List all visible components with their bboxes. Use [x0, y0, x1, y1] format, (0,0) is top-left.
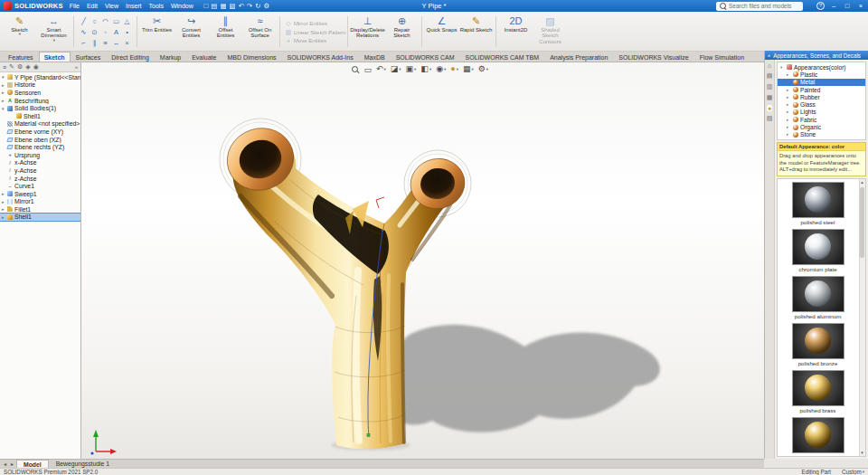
tree-item-historie[interactable]: ▸Historie — [0, 81, 80, 90]
swatch-polished-aluminum[interactable]: polished aluminum — [792, 276, 844, 320]
rapid-sketch-button[interactable]: ✎ Rapid Sketch — [459, 14, 493, 50]
help-icon[interactable]: ? — [816, 2, 825, 10]
scroll-down-icon[interactable]: ▼ — [859, 450, 865, 456]
tab-mbd-dimensions[interactable]: MBD Dimensions — [222, 52, 281, 62]
dimension-icon[interactable]: ↔ — [111, 38, 121, 48]
scrollbar-thumb[interactable] — [860, 187, 864, 258]
new-document-icon[interactable]: □ — [204, 2, 209, 10]
sketch-button[interactable]: ✎ Sketch — [3, 14, 36, 50]
model-tab[interactable]: Model — [16, 460, 49, 468]
tab-solidworks-cam[interactable]: SOLIDWORKS CAM — [391, 52, 460, 62]
tree-item-shell1-body[interactable]: Shell1 — [0, 112, 80, 120]
tree-item-shell1-selected[interactable]: ▸Shell1 — [0, 214, 80, 222]
scroll-up-icon[interactable]: ▲ — [859, 179, 865, 185]
line-icon[interactable]: ╱ — [79, 16, 89, 26]
property-manager-tab-icon[interactable]: ✎ — [9, 63, 14, 71]
swatch-polished-brass[interactable]: polished brass — [792, 370, 844, 414]
appearance-category-metal[interactable]: ▾Metal — [778, 79, 865, 86]
maximize-button[interactable]: □ — [843, 2, 852, 10]
swatch-chromium-plate[interactable]: chromium plate — [792, 229, 844, 273]
swatch-polished-bronze[interactable]: polished bronze — [792, 323, 844, 367]
tab-evaluate[interactable]: Evaluate — [186, 52, 222, 62]
tree-item-curve1[interactable]: ~Curve1 — [0, 182, 80, 190]
tab-solidworks-cam-tbm[interactable]: SOLIDWORKS CAM TBM — [460, 52, 545, 62]
tab-scroll-left-icon[interactable]: ◂ — [2, 461, 8, 467]
rebuild-icon[interactable]: ↻ — [255, 2, 260, 10]
menu-file[interactable]: File — [66, 3, 83, 9]
viewport-canvas[interactable]: ▭ ↶ ◪ ▣ ◧ ◉ ● ▦ ⚙ — [81, 62, 764, 459]
save-icon[interactable]: ▦ — [220, 2, 226, 10]
polygon-icon[interactable]: △ — [122, 16, 132, 26]
centerline-icon[interactable]: ≡ — [100, 38, 110, 48]
tree-item-ebene-vorne[interactable]: Ebene vorne (XY) — [0, 128, 80, 136]
zoom-to-fit-icon[interactable] — [351, 65, 359, 73]
appearance-category-organic[interactable]: ▸Organic — [778, 123, 865, 130]
arc-icon[interactable]: ◠ — [100, 16, 110, 26]
trim-entities-button[interactable]: ✂ Trim Entities — [140, 14, 174, 50]
configuration-manager-tab-icon[interactable]: ⚙ — [17, 63, 23, 71]
convert-entities-button[interactable]: ↪ Convert Entities — [175, 14, 208, 50]
edit-appearance-icon[interactable]: ● — [450, 64, 458, 74]
appearance-category-stone[interactable]: ▸Stone — [778, 131, 865, 138]
circle-icon[interactable]: ○ — [90, 16, 99, 26]
tab-analysis-preparation[interactable]: Analysis Preparation — [544, 52, 613, 62]
apply-scene-icon[interactable]: ▦ — [463, 64, 474, 74]
appearance-category-fabric[interactable]: ▸Fabric — [778, 116, 865, 123]
rectangle-icon[interactable]: ▭ — [111, 16, 121, 26]
tree-root[interactable]: ▾Y Pipe (Standard<<Standard>_Anzeige — [0, 73, 80, 81]
swatch-polished-steel[interactable]: polished steel — [792, 182, 844, 226]
tab-maxdb[interactable]: MaxDB — [359, 52, 391, 62]
menu-view[interactable]: View — [101, 3, 122, 9]
tab-surfaces[interactable]: Surfaces — [71, 52, 107, 62]
view-settings-icon[interactable]: ⚙ — [478, 64, 488, 74]
tree-item-sensoren[interactable]: ▸Sensoren — [0, 89, 80, 97]
tab-markup[interactable]: Markup — [155, 52, 186, 62]
tab-scroll-right-icon[interactable]: ▸ — [9, 461, 15, 467]
undo-icon[interactable]: ↶ — [239, 2, 244, 10]
zoom-to-area-icon[interactable]: ▭ — [363, 65, 372, 74]
menu-tools[interactable]: Tools — [146, 3, 167, 9]
appearance-category-lights[interactable]: ▸Lights — [778, 109, 865, 116]
appearances-root[interactable]: ▾Appearances(color) — [778, 63, 865, 71]
tab-flow-simulation[interactable]: Flow Simulation — [694, 52, 750, 62]
menu-edit[interactable]: Edit — [83, 3, 101, 9]
menu-insert[interactable]: Insert — [122, 3, 146, 9]
display-delete-relations-button[interactable]: ⊥ Display/Delete Relations — [351, 14, 384, 50]
motion-study-tab[interactable]: Bewegungsstudie 1 — [50, 460, 116, 468]
tab-direct-editing[interactable]: Direct Editing — [106, 52, 155, 62]
appearance-category-painted[interactable]: ▸Painted — [778, 86, 865, 93]
repair-sketch-button[interactable]: ⊕ Repair Sketch — [385, 14, 419, 50]
section-view-icon[interactable]: ◪ — [391, 64, 401, 74]
open-icon[interactable]: ▤ — [211, 2, 217, 10]
tree-item-sweep1[interactable]: ▸Sweep1 — [0, 190, 80, 198]
units-selector[interactable]: Custom — [842, 469, 864, 475]
text-icon[interactable]: A — [111, 27, 121, 37]
centerpoint-icon[interactable]: • — [122, 27, 132, 37]
smart-dimension-button[interactable]: ↔ Smart Dimension — [37, 14, 71, 50]
parallel-icon[interactable]: ∥ — [90, 38, 99, 48]
minimize-button[interactable]: – — [829, 2, 838, 10]
display-manager-tab-icon[interactable]: ◉ — [33, 63, 39, 71]
menu-window[interactable]: Window — [167, 3, 197, 9]
appearances-tab-icon[interactable]: ● — [767, 105, 772, 111]
hide-show-items-icon[interactable]: ◉ — [436, 64, 446, 74]
appearance-category-plastic[interactable]: ▸Plastic — [778, 71, 865, 78]
tree-item-z-achse[interactable]: /z-Achse — [0, 175, 80, 183]
tab-features[interactable]: Features — [3, 52, 39, 62]
tree-item-ursprung[interactable]: +Ursprung — [0, 151, 80, 159]
view-orientation-icon[interactable]: ▣ — [406, 64, 417, 74]
point-icon[interactable]: ◦ — [100, 27, 110, 37]
tab-sketch[interactable]: Sketch — [39, 52, 71, 62]
tree-item-ebene-oben[interactable]: Ebene oben (XZ) — [0, 136, 80, 144]
collapse-pane-icon[interactable]: « — [768, 52, 770, 58]
tree-item-y-achse[interactable]: /y-Achse — [0, 166, 80, 175]
appearance-category-glass[interactable]: ▸Glass — [778, 100, 865, 108]
tree-item-ebene-rechts[interactable]: Ebene rechts (YZ) — [0, 143, 80, 151]
tree-item-x-achse[interactable]: /x-Achse — [0, 159, 80, 167]
redo-icon[interactable]: ↷ — [247, 2, 252, 10]
erase-icon[interactable]: × — [122, 38, 132, 48]
file-explorer-tab-icon[interactable]: ▥ — [767, 83, 773, 90]
display-style-icon[interactable]: ◧ — [420, 64, 431, 74]
offset-entities-button[interactable]: ∥ Offset Entities — [209, 14, 242, 50]
dimxpert-manager-tab-icon[interactable]: ◈ — [25, 63, 30, 71]
